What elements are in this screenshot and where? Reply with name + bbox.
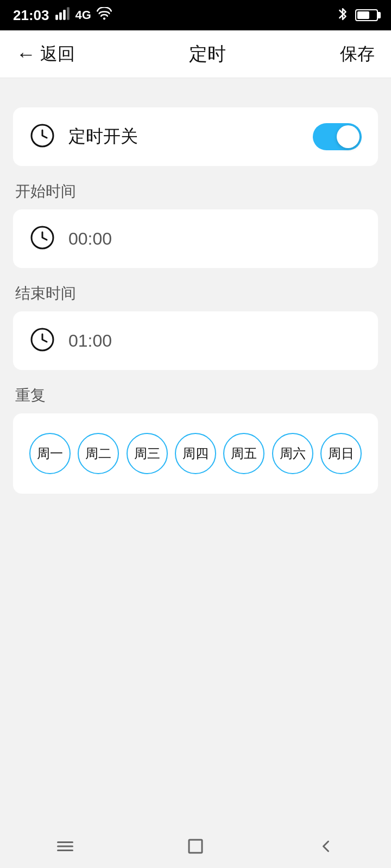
- end-time-label: 结束时间: [15, 283, 378, 304]
- day-button-3[interactable]: 周四: [175, 433, 216, 474]
- battery-fill: [357, 11, 369, 19]
- signal-icon: [55, 6, 70, 24]
- start-time-row: 00:00: [29, 209, 362, 268]
- start-time-card[interactable]: 00:00: [13, 209, 378, 268]
- home-button[interactable]: [179, 830, 212, 863]
- status-time: 21:03: [13, 7, 49, 24]
- status-left: 21:03 4G: [13, 6, 112, 24]
- svg-point-4: [103, 17, 105, 20]
- back-arrow-icon: ←: [16, 43, 36, 66]
- days-card: 周一周二周三周四周五周六周日: [13, 413, 378, 494]
- svg-rect-2: [63, 10, 66, 20]
- status-bar: 21:03 4G: [0, 0, 391, 30]
- back-label: 返回: [40, 42, 75, 66]
- repeat-label: 重复: [15, 385, 378, 406]
- repeat-section: 重复 周一周二周三周四周五周六周日: [13, 385, 378, 494]
- end-clock-icon: [29, 327, 55, 355]
- toggle-left: 定时开关: [29, 123, 138, 151]
- days-row: 周一周二周三周四周五周六周日: [29, 433, 362, 474]
- start-time-label: 开始时间: [15, 181, 378, 202]
- day-button-2[interactable]: 周三: [127, 433, 168, 474]
- battery-icon: [355, 9, 378, 21]
- timer-toggle-label: 定时开关: [68, 125, 138, 149]
- status-right: [337, 7, 378, 24]
- day-button-5[interactable]: 周六: [272, 433, 313, 474]
- back-nav-button[interactable]: [310, 830, 342, 863]
- svg-rect-11: [189, 840, 202, 853]
- day-button-0[interactable]: 周一: [29, 433, 71, 474]
- save-button[interactable]: 保存: [340, 42, 375, 66]
- wifi-icon: [97, 7, 112, 24]
- end-time-value: 01:00: [68, 331, 112, 351]
- toggle-knob: [337, 125, 360, 148]
- svg-rect-3: [67, 7, 70, 20]
- svg-rect-0: [55, 15, 58, 20]
- menu-button[interactable]: [49, 830, 81, 863]
- day-button-4[interactable]: 周五: [223, 433, 264, 474]
- end-time-card[interactable]: 01:00: [13, 311, 378, 370]
- back-button[interactable]: ← 返回: [16, 42, 75, 66]
- clock-icon: [29, 123, 55, 151]
- main-content: 定时开关 开始时间 00:00 结束时间: [0, 78, 391, 494]
- day-button-1[interactable]: 周二: [78, 433, 119, 474]
- network-type: 4G: [75, 8, 91, 22]
- page-title: 定时: [189, 42, 226, 67]
- svg-rect-1: [59, 12, 62, 20]
- bottom-nav: [0, 825, 391, 868]
- start-clock-icon: [29, 225, 55, 253]
- timer-toggle-card: 定时开关: [13, 107, 378, 166]
- timer-toggle-row: 定时开关: [29, 107, 362, 166]
- bluetooth-icon: [337, 7, 349, 24]
- top-nav: ← 返回 定时 保存: [0, 30, 391, 78]
- timer-toggle-switch[interactable]: [313, 123, 362, 150]
- day-button-6[interactable]: 周日: [320, 433, 362, 474]
- start-time-value: 00:00: [68, 229, 112, 249]
- end-time-row: 01:00: [29, 311, 362, 370]
